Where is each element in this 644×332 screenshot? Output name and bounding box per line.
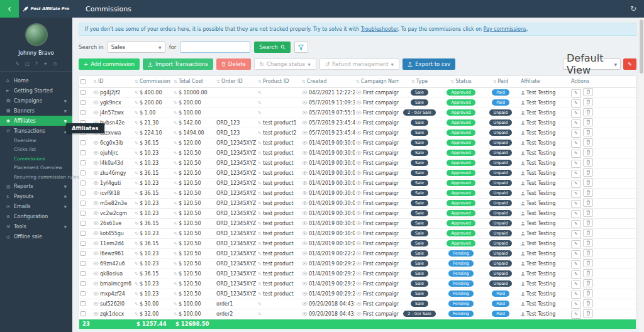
edit-commission-icon[interactable]: ✎ [135, 101, 138, 106]
sort-icon[interactable]: ⇅ [258, 79, 262, 84]
edit-commission-icon[interactable]: ✎ [135, 191, 138, 196]
edit-row-button[interactable]: ✎ [571, 190, 581, 198]
column-header-total-cost[interactable]: ⇅Total Cost [172, 76, 215, 87]
commission-row[interactable]: l4k0a43d ✎$ 10.23 ✎$ 120.50 ORD_12345XYZ… [79, 158, 636, 168]
troubleshooter-link[interactable]: Troubleshooter [361, 26, 398, 32]
row-checkbox[interactable] [80, 110, 86, 115]
delete-row-button[interactable] [583, 209, 593, 217]
edit-product-id-icon[interactable]: ✎ [258, 101, 262, 106]
refresh-icon[interactable]: ↻ [630, 4, 644, 13]
delete-row-button[interactable] [583, 219, 593, 227]
row-checkbox[interactable] [80, 221, 86, 226]
row-checkbox[interactable] [80, 261, 86, 266]
edit-commission-icon[interactable]: ✎ [135, 292, 138, 297]
edit-total-cost-icon[interactable]: ✎ [174, 201, 177, 206]
column-header-order-id[interactable]: ⇅Order ID [215, 76, 257, 87]
edit-row-button[interactable]: ✎ [571, 250, 581, 258]
commission-row[interactable]: zku46mgy ✎$ 36.15 ✎$ 120.50 ORD_12345XYZ… [79, 168, 636, 178]
view-icon[interactable] [93, 241, 99, 245]
edit-commission-icon[interactable]: ✎ [135, 141, 138, 146]
edit-product-id-icon[interactable]: ✎ [258, 241, 262, 246]
edit-product-id-icon[interactable]: ✎ [258, 121, 262, 126]
view-icon[interactable] [356, 121, 362, 124]
row-checkbox[interactable] [80, 231, 86, 236]
edit-row-button[interactable]: ✎ [571, 170, 581, 178]
delete-row-button[interactable] [583, 239, 593, 247]
sidebar-item-transactions[interactable]: ⇄ Transactions ▲ [0, 126, 72, 136]
column-header-campaign-name[interactable]: ⇅Campaign Name [355, 76, 399, 87]
edit-total-cost-icon[interactable]: ✎ [174, 302, 177, 307]
favorites-icon[interactable]: ✦ [43, 61, 47, 67]
sidebar-item-getting-started[interactable]: ► Getting Started [0, 86, 72, 96]
edit-product-id-icon[interactable]: ✎ [258, 231, 262, 236]
sort-icon[interactable]: ⇅ [450, 79, 454, 84]
delete-row-button[interactable] [583, 158, 593, 167]
view-icon[interactable] [356, 101, 362, 104]
edit-total-cost-icon[interactable]: ✎ [174, 191, 177, 196]
row-checkbox[interactable] [80, 170, 86, 175]
avatar[interactable] [25, 23, 48, 46]
commission-row[interactable]: 11em2d4 ✎$ 36.15 ✎$ 120.50 ORD_12345XYZ … [79, 238, 636, 248]
sidebar-subitem-clicks-list[interactable]: Clicks list [0, 145, 72, 155]
view-icon[interactable] [93, 221, 99, 225]
edit-commission-icon[interactable]: ✎ [135, 121, 138, 126]
delete-row-button[interactable] [583, 279, 593, 287]
scrollbar-thumb[interactable] [640, 19, 643, 74]
delete-row-button[interactable] [583, 199, 593, 207]
sidebar-item-affiliates[interactable]: ◉ Affiliates ▼ [0, 116, 72, 126]
commission-row[interactable]: ygk9ncx ✎$ 200.00 ✎$ 200.00 ✎ 05/7/2019 … [79, 97, 636, 108]
commission-row[interactable]: vc2w2cgm ✎$ 10.23 ✎$ 120.50 ORD_12345XYZ… [79, 208, 636, 218]
commission-row[interactable]: zqk1decx ✎$ 32.00 ✎$ 100.00 order2 ✎ 09/… [79, 309, 636, 319]
import-transactions-button[interactable]: Import Transactions [143, 58, 213, 70]
view-icon[interactable] [356, 312, 362, 316]
commission-row[interactable]: 1yf4guti ✎$ 10.23 ✎$ 120.50 ORD_12345XYZ… [79, 178, 636, 188]
back-button[interactable]: ‹ [0, 0, 19, 18]
edit-commission-icon[interactable]: ✎ [135, 151, 138, 156]
sort-icon[interactable]: ⇅ [356, 79, 360, 84]
edit-commission-icon[interactable]: ✎ [135, 201, 138, 206]
view-icon[interactable] [302, 171, 308, 175]
view-icon[interactable] [302, 272, 308, 275]
edit-row-button[interactable]: ✎ [571, 290, 581, 299]
delete-row-button[interactable] [583, 299, 593, 307]
edit-commission-icon[interactable]: ✎ [135, 111, 138, 116]
delete-row-button[interactable] [583, 118, 593, 126]
delete-row-button[interactable] [583, 169, 593, 177]
row-checkbox[interactable] [80, 291, 86, 296]
view-icon[interactable] [356, 252, 362, 255]
view-icon[interactable] [356, 151, 362, 155]
column-header-type[interactable]: ⇅Type [399, 76, 440, 87]
column-header-product-id[interactable]: ⇅Product ID [257, 76, 301, 87]
delete-row-button[interactable] [583, 108, 593, 116]
commission-row[interactable]: mxp4zf24 ✎$ 10.23 ✎$ 120.50 ORD_12345XYZ… [79, 289, 636, 299]
edit-product-id-icon[interactable]: ✎ [258, 201, 262, 206]
edit-total-cost-icon[interactable]: ✎ [174, 101, 177, 106]
view-icon[interactable] [93, 211, 99, 215]
edit-product-id-icon[interactable]: ✎ [258, 171, 262, 176]
edit-row-button[interactable]: ✎ [571, 260, 581, 268]
row-checkbox[interactable] [80, 90, 86, 95]
view-icon[interactable] [356, 131, 362, 135]
commission-row[interactable]: icvf9l18 ✎$ 36.15 ✎$ 120.50 ORD_12345XYZ… [79, 188, 636, 198]
edit-commission-icon[interactable]: ✎ [135, 181, 138, 186]
edit-product-id-icon[interactable]: ✎ [258, 312, 262, 317]
edit-commission-icon[interactable]: ✎ [135, 171, 138, 176]
edit-product-id-icon[interactable]: ✎ [258, 282, 262, 287]
row-checkbox[interactable] [80, 211, 86, 216]
refund-management-dropdown[interactable]: ↺ Refund management ▼ [319, 58, 399, 70]
edit-row-button[interactable]: ✎ [571, 240, 581, 248]
search-scope-select[interactable]: Sales ▼ [108, 42, 165, 53]
edit-total-cost-icon[interactable]: ✎ [174, 252, 177, 257]
edit-row-button[interactable]: ✎ [571, 311, 581, 319]
edit-row-button[interactable]: ✎ [571, 109, 581, 118]
filter-button[interactable] [294, 42, 308, 53]
sidebar-item-tools[interactable]: ⚒ Tools ▼ [0, 222, 72, 232]
sort-icon[interactable]: ⇅ [135, 79, 138, 84]
view-icon[interactable] [93, 292, 99, 296]
edit-total-cost-icon[interactable]: ✎ [174, 282, 177, 287]
commission-row[interactable]: m5e82n3e ✎$ 10.23 ✎$ 120.50 ORD_12345XYZ… [79, 198, 636, 208]
sidebar-subitem-placement-overview[interactable]: Placement Overview [0, 163, 72, 173]
edit-total-cost-icon[interactable]: ✎ [174, 241, 177, 246]
view-icon[interactable] [356, 161, 362, 165]
commission-row[interactable]: tuzxvwa ✎$ 224.10 ✎$ 1494.00 ORD_123 ✎te… [79, 128, 636, 138]
